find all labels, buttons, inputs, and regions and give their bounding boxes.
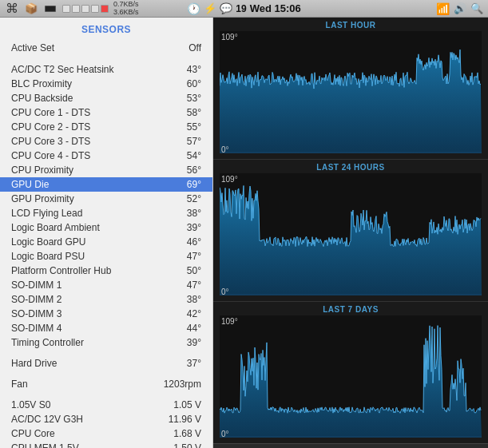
sensor-name: CPU Core 4 - DTS [11, 150, 90, 161]
last-hour-max: 109° [221, 33, 238, 42]
sensor-name: Logic Board GPU [11, 236, 85, 248]
sensor-value: 42° [187, 308, 201, 319]
sensor-value: 46° [187, 236, 201, 248]
sensor-value: 57° [187, 136, 201, 147]
active-set-row[interactable]: Active Set Off [0, 40, 212, 56]
last-7d-max: 109° [221, 317, 238, 326]
last-24h-section: LAST 24 HOURS 109° 0° [213, 160, 488, 302]
active-set-value: Off [188, 42, 201, 54]
sensor-value: 69° [187, 179, 201, 190]
sensor-name: CPU Core 2 - DTS [11, 121, 90, 133]
sensor-name: CPU Backside [11, 93, 73, 104]
sensor-value: 53° [187, 93, 201, 104]
hard-drive-row[interactable]: Hard Drive 37° [0, 356, 212, 371]
svg-rect-1 [46, 6, 55, 11]
sensor-value: 39° [187, 222, 201, 233]
sensor-row[interactable]: CPU Core 2 - DTS55° [0, 120, 212, 134]
sensor-name: SO-DIMM 4 [11, 323, 61, 334]
hide-sensor-button[interactable]: Hide This Sensor [213, 443, 488, 448]
last-7d-canvas [220, 315, 482, 438]
sensor-name: SO-DIMM 2 [11, 294, 61, 305]
sensor-row[interactable]: BLC Proximity60° [0, 77, 212, 91]
sensor-value: 38° [187, 294, 201, 305]
sensor-value: 50° [187, 265, 201, 276]
sensor-row[interactable]: CPU Core 4 - DTS54° [0, 149, 212, 163]
last-7d-section: LAST 7 DAYS 109° 0° Hide This Sensor [213, 302, 488, 448]
sensors-title: SENSORS [0, 18, 212, 40]
sensor-row[interactable]: CPU Core 1 - DTS58° [0, 105, 212, 120]
sensor-row[interactable]: SO-DIMM 238° [0, 292, 212, 307]
last-hour-chart: 109° 0° [220, 31, 482, 156]
sensor-row[interactable]: Timing Controller39° [0, 335, 212, 350]
sensor-name: Platform Controller Hub [11, 265, 111, 276]
sensor-name: GPU Die [11, 179, 49, 190]
menubar-right: 📶 🔊 🔍 [436, 2, 483, 15]
sensor-row[interactable]: SO-DIMM 342° [0, 307, 212, 321]
sensor-row[interactable]: AC/DC T2 Sec Heatsink43° [0, 62, 212, 77]
history-icon[interactable]: 🕐 [187, 2, 200, 15]
bolt-icon[interactable]: ⚡ [204, 2, 216, 14]
voltage-name: AC/DC 12V G3H [11, 414, 83, 425]
apple-icon[interactable]: ⌘ [5, 2, 19, 16]
dropbox-icon[interactable]: 📦 [24, 2, 38, 16]
hard-drive-value: 37° [187, 358, 201, 369]
last-24h-canvas [220, 173, 482, 295]
notification-icon[interactable]: 💬 [220, 2, 232, 14]
sensor-row[interactable]: SO-DIMM 444° [0, 321, 212, 335]
sensor-value: 39° [187, 337, 201, 348]
last-hour-section: LAST HOUR 109° 0° [213, 18, 488, 160]
voltage-row[interactable]: CPU Core1.68 V [0, 426, 212, 441]
sensor-name: AC/DC T2 Sec Heatsink [11, 64, 114, 75]
separator-2 [0, 350, 212, 356]
last-24h-min: 0° [221, 287, 229, 296]
active-set-label: Active Set [11, 42, 54, 54]
voltage-value: 1.50 V [173, 442, 201, 448]
sensor-row[interactable]: Logic Board Ambient39° [0, 220, 212, 235]
sensor-name: SO-DIMM 3 [11, 308, 61, 319]
sensor-value: 44° [187, 323, 201, 334]
sensor-row[interactable]: Logic Board GPU46° [0, 235, 212, 249]
separator-3 [0, 371, 212, 377]
sensor-row[interactable]: CPU Proximity56° [0, 163, 212, 177]
sensor-row[interactable]: CPU Backside53° [0, 91, 212, 105]
sound-icon[interactable]: 🔊 [454, 2, 466, 14]
menubar-left: ⌘ 📦 0.7KB/s 3.6KB/s [5, 1, 139, 17]
voltage-name: 1.05V S0 [11, 399, 50, 410]
search-icon[interactable]: 🔍 [470, 2, 483, 14]
voltage-row[interactable]: 1.05V S01.05 V [0, 398, 212, 412]
fan-row[interactable]: Fan 1203rpm [0, 377, 212, 391]
wifi-icon[interactable]: 📶 [436, 2, 450, 15]
voltage-value: 1.05 V [173, 399, 201, 410]
sensor-row[interactable]: SO-DIMM 147° [0, 278, 212, 292]
sensor-value: 56° [187, 165, 201, 176]
voltage-row[interactable]: AC/DC 12V G3H11.96 V [0, 412, 212, 426]
istat-icon[interactable] [43, 2, 58, 16]
sensor-row[interactable]: Platform Controller Hub50° [0, 264, 212, 278]
sensor-name: CPU Core 3 - DTS [11, 136, 90, 147]
date-number: 19 [236, 3, 246, 14]
sensor-row[interactable]: Logic Board PSU47° [0, 249, 212, 264]
sensor-row[interactable]: GPU Die69° [0, 177, 212, 192]
sensor-row[interactable]: GPU Proximity52° [0, 192, 212, 206]
sensor-value: 52° [187, 193, 201, 204]
color-indicators [62, 5, 109, 13]
voltage-name: CPU Core [11, 428, 55, 439]
sensor-value: 55° [187, 121, 201, 133]
sensor-name: BLC Proximity [11, 78, 72, 89]
sensor-row[interactable]: CPU Core 3 - DTS57° [0, 134, 212, 149]
voltage-list: 1.05V S01.05 VAC/DC 12V G3H11.96 VCPU Co… [0, 398, 212, 448]
sensors-panel: SENSORS Active Set Off AC/DC T2 Sec Heat… [0, 18, 213, 448]
sensor-name: LCD Flying Lead [11, 208, 82, 219]
sensor-row[interactable]: LCD Flying Lead38° [0, 206, 212, 220]
sensor-value: 58° [187, 107, 201, 118]
voltage-name: CPU MEM 1.5V [11, 442, 79, 448]
voltage-value: 1.68 V [173, 428, 201, 439]
sensor-value: 54° [187, 150, 201, 161]
menubar-center: 🕐 ⚡ 💬 19 Wed 15:06 [187, 2, 300, 15]
menubar: ⌘ 📦 0.7KB/s 3.6KB/s 🕐 ⚡ 💬 19 Wed 15:06 📶 [0, 0, 488, 18]
last-24h-chart: 109° 0° [220, 173, 482, 298]
voltage-row[interactable]: CPU MEM 1.5V1.50 V [0, 441, 212, 448]
sensor-name: Logic Board PSU [11, 251, 85, 262]
sensor-name: Logic Board Ambient [11, 222, 100, 233]
network-speeds: 0.7KB/s 3.6KB/s [113, 1, 139, 17]
